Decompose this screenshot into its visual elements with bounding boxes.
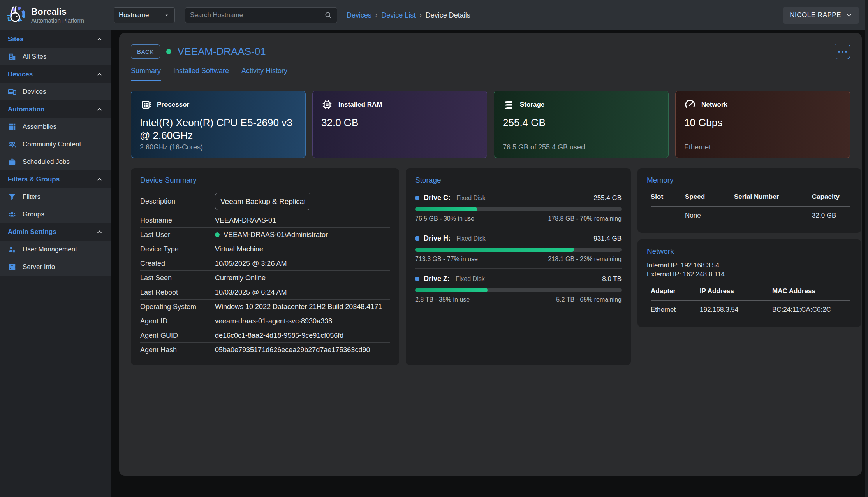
search-box[interactable] [185, 7, 337, 23]
summary-row-created: Created 10/05/2025 @ 3:26 AM [140, 256, 390, 271]
back-button[interactable]: BACK [131, 44, 160, 59]
topbar: Borealis Automation Platform Hostname De… [0, 0, 868, 30]
cpu-icon [140, 99, 151, 111]
summary-row-agent-hash: Agent Hash 05ba0e7935171d626ecea29b27d7a… [140, 343, 390, 357]
detail-panels-row: Device Summary Description Hostname VEEA… [131, 168, 850, 365]
breadcrumb-device-details: Device Details [426, 11, 470, 19]
sidebar-section-filters-groups[interactable]: Filters & Groups [0, 170, 111, 188]
hostname-filter-select[interactable]: Hostname [114, 7, 175, 23]
storage-subtext: 76.5 GB of 255.4 GB used [503, 143, 585, 151]
device-details-panel: BACK VEEAM-DRAAS-01 Summary Installed So… [119, 33, 862, 476]
summary-row-device-type: Device Type Virtual Machine [140, 242, 390, 256]
sidebar-item-community-content[interactable]: Community Content [0, 135, 111, 153]
drive-usage-bar [415, 248, 622, 252]
summary-row-operating-system: Operating System Windows 10 2022 Datacen… [140, 300, 390, 314]
grid-icon [8, 123, 16, 131]
tab-summary[interactable]: Summary [131, 67, 161, 81]
storage-panel-title: Storage [415, 176, 622, 184]
network-value: 10 Gbps [684, 116, 841, 129]
memory-serial-cell [734, 206, 812, 225]
people-icon [8, 140, 16, 149]
card-label: Installed RAM [338, 101, 382, 109]
user-menu-button[interactable]: NICOLE RAPPE [783, 7, 859, 24]
device-header: BACK VEEAM-DRAAS-01 [125, 40, 856, 59]
section-label: Admin Settings [8, 228, 56, 236]
sidebar-item-label: Scheduled Jobs [23, 158, 70, 166]
breadcrumb-separator: › [375, 12, 377, 19]
borealis-rabbit-logo [5, 5, 26, 26]
page-scrollbar[interactable] [865, 0, 868, 497]
card-label: Storage [520, 101, 544, 109]
network-adapter-table: Adapter IP Address MAC Address Ethernet … [647, 285, 852, 319]
section-label: Automation [8, 105, 44, 113]
drive-remaining-text: 5.2 TB - 65% remaining [556, 296, 622, 303]
card-label: Network [701, 101, 727, 109]
tab-activity-history[interactable]: Activity History [241, 67, 287, 81]
description-input[interactable] [215, 193, 310, 210]
main-content: BACK VEEAM-DRAAS-01 Summary Installed So… [111, 30, 868, 497]
server-icon [8, 263, 16, 271]
network-panel: Network Internal IP: 192.168.3.54 Extern… [637, 239, 861, 327]
device-tabs: Summary Installed Software Activity Hist… [125, 67, 856, 81]
memory-capacity-cell: 32.0 GB [812, 206, 850, 225]
sidebar-item-label: Groups [23, 211, 44, 218]
sidebar-item-groups[interactable]: Groups [0, 205, 111, 223]
sidebar-item-server-info[interactable]: Server Info [0, 258, 111, 276]
online-status-dot [166, 49, 171, 54]
device-summary-title: Device Summary [140, 176, 390, 184]
memory-panel-title: Memory [647, 176, 852, 184]
search-icon[interactable] [324, 11, 332, 19]
sidebar-item-all-sites[interactable]: All Sites [0, 48, 111, 65]
device-summary-table: Description Hostname VEEAM-DRAAS-01 Last… [140, 190, 390, 357]
sidebar-item-user-management[interactable]: User Management [0, 241, 111, 258]
sidebar-item-scheduled-jobs[interactable]: Scheduled Jobs [0, 153, 111, 170]
summary-row-hostname: Hostname VEEAM-DRAAS-01 [140, 213, 390, 228]
sidebar-section-devices[interactable]: Devices [0, 65, 111, 83]
search-input[interactable] [190, 11, 324, 19]
drive-used-text: 713.3 GB - 77% in use [415, 256, 478, 263]
storage-panel: Storage Drive C: Fixed Disk 255.4 GB 76.… [406, 168, 631, 365]
summary-row-last-reboot: Last Reboot 10/03/2025 @ 6:24 AM [140, 285, 390, 300]
drive-row-z: Drive Z: Fixed Disk 8.0 TB 2.8 TB - 35% … [415, 268, 622, 309]
drive-usage-bar [415, 207, 622, 211]
drive-row-c: Drive C: Fixed Disk 255.4 GB 76.5 GB - 3… [415, 188, 622, 228]
chevron-up-icon [96, 228, 103, 235]
more-options-button[interactable] [835, 44, 850, 59]
device-summary-panel: Device Summary Description Hostname VEEA… [131, 168, 399, 365]
summary-row-last-seen: Last Seen Currently Online [140, 271, 390, 285]
ram-value: 32.0 GB [321, 116, 478, 129]
sidebar-section-sites[interactable]: Sites [0, 30, 111, 48]
chevron-up-icon [96, 106, 103, 112]
sidebar-section-automation[interactable]: Automation [0, 100, 111, 118]
summary-row-agent-guid: Agent GUID de16c0c1-8aa2-4d18-9585-9ce91… [140, 328, 390, 343]
groups-icon [8, 210, 16, 219]
breadcrumb-device-list[interactable]: Device List [381, 11, 416, 19]
brand-tagline: Automation Platform [31, 17, 84, 24]
memory-table: Slot Speed Serial Number Capacity None 3… [647, 191, 852, 225]
tab-installed-software[interactable]: Installed Software [173, 67, 229, 81]
summary-row-last-user: Last User VEEAM-DRAAS-01\Administrator [140, 228, 390, 242]
memory-slot-cell [651, 206, 685, 225]
brand: Borealis Automation Platform [0, 5, 111, 26]
processor-value: Intel(R) Xeon(R) CPU E5-2690 v3 @ 2.60GH… [140, 116, 297, 142]
mac-address-cell: BC:24:11:CA:C6:2C [772, 300, 850, 319]
sidebar-item-filters[interactable]: Filters [0, 188, 111, 205]
building-icon [8, 53, 16, 61]
hostname-filter-value: Hostname [119, 11, 149, 19]
sidebar-item-assemblies[interactable]: Assemblies [0, 118, 111, 135]
drive-usage-bar [415, 288, 622, 292]
network-panel-title: Network [647, 247, 852, 256]
network-subtext: Ethernet [684, 143, 711, 151]
sidebar-section-admin-settings[interactable]: Admin Settings [0, 223, 111, 241]
breadcrumb-devices[interactable]: Devices [347, 11, 371, 19]
drive-remaining-text: 218.1 GB - 23% remaining [548, 256, 622, 263]
brand-name: Borealis [31, 7, 84, 17]
breadcrumb-separator: › [419, 12, 421, 19]
sidebar: Sites All Sites Devices Devices Automati… [0, 30, 111, 497]
sidebar-item-devices[interactable]: Devices [0, 83, 111, 100]
internal-ip-text: Internal IP: 192.168.3.54 [647, 261, 852, 270]
sidebar-item-label: Community Content [23, 140, 81, 148]
sidebar-item-label: Assemblies [23, 123, 56, 131]
drive-used-text: 76.5 GB - 30% in use [415, 215, 474, 222]
storage-value: 255.4 GB [503, 116, 660, 129]
